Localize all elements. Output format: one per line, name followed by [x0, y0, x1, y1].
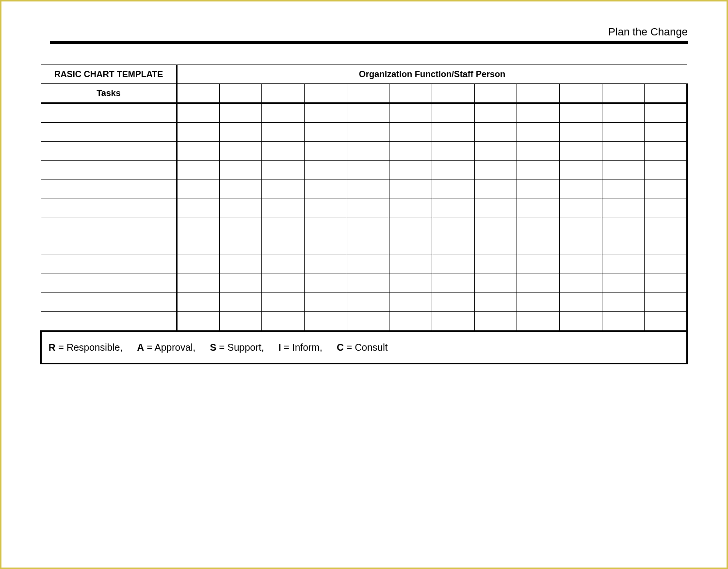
- task-cell: [41, 161, 177, 179]
- grid-cell: [389, 179, 432, 198]
- task-cell: [41, 255, 177, 274]
- page-header: Plan the Change: [40, 16, 688, 45]
- grid-cell: [177, 103, 220, 123]
- grid-cell: [177, 161, 220, 179]
- grid-cell: [517, 217, 560, 236]
- grid-cell: [304, 255, 347, 274]
- grid-cell: [304, 142, 347, 161]
- grid-cell: [389, 293, 432, 312]
- grid-cell: [304, 103, 347, 123]
- task-cell: [41, 312, 177, 331]
- grid-cell: [432, 198, 474, 217]
- grid-cell: [177, 123, 220, 142]
- grid-cell: [432, 312, 474, 331]
- task-cell: [41, 179, 177, 198]
- grid-cell: [389, 103, 432, 123]
- legend-item: R = Responsible,: [49, 342, 123, 353]
- grid-cell: [304, 198, 347, 217]
- grid-cell: [559, 123, 602, 142]
- chart-title: RASIC CHART TEMPLATE: [41, 65, 177, 84]
- grid-cell: [474, 179, 517, 198]
- grid-cell: [517, 198, 560, 217]
- grid-cell: [517, 123, 560, 142]
- table-row: [41, 274, 687, 293]
- task-cell: [41, 142, 177, 161]
- grid-cell: [602, 274, 645, 293]
- grid-cell: [389, 217, 432, 236]
- grid-cell: [474, 142, 517, 161]
- grid-cell: [602, 198, 645, 217]
- table-row: [41, 236, 687, 255]
- table-row: [41, 179, 687, 198]
- grid-cell: [347, 217, 389, 236]
- grid-cell: [602, 123, 645, 142]
- table-row: [41, 198, 687, 217]
- grid-cell: [177, 312, 220, 331]
- grid-cell: [432, 179, 474, 198]
- grid-cell: [177, 274, 220, 293]
- grid-cell: [262, 293, 305, 312]
- grid-cell: [645, 293, 687, 312]
- column-header-row: Tasks: [41, 84, 687, 103]
- grid-cell: [389, 198, 432, 217]
- grid-cell: [602, 179, 645, 198]
- grid-cell: [219, 161, 262, 179]
- grid-cell: [517, 142, 560, 161]
- tasks-header: Tasks: [41, 84, 177, 103]
- column-header: [645, 84, 687, 103]
- grid-cell: [474, 198, 517, 217]
- grid-cell: [559, 274, 602, 293]
- grid-cell: [602, 255, 645, 274]
- grid-cell: [645, 103, 687, 123]
- grid-cell: [304, 312, 347, 331]
- grid-cell: [474, 255, 517, 274]
- grid-cell: [517, 161, 560, 179]
- grid-cell: [559, 103, 602, 123]
- grid-cell: [645, 161, 687, 179]
- grid-cell: [347, 179, 389, 198]
- task-cell: [41, 103, 177, 123]
- column-header: [559, 84, 602, 103]
- legend-item: I = Inform,: [278, 342, 323, 353]
- grid-cell: [645, 123, 687, 142]
- task-cell: [41, 236, 177, 255]
- grid-cell: [304, 217, 347, 236]
- grid-cell: [559, 179, 602, 198]
- grid-cell: [474, 274, 517, 293]
- grid-cell: [347, 161, 389, 179]
- grid-cell: [432, 236, 474, 255]
- grid-cell: [602, 103, 645, 123]
- grid-cell: [517, 274, 560, 293]
- grid-cell: [517, 312, 560, 331]
- legend-item: A = Approval,: [137, 342, 195, 353]
- table-row: [41, 312, 687, 331]
- grid-cell: [262, 103, 305, 123]
- grid-cell: [177, 179, 220, 198]
- column-header: [602, 84, 645, 103]
- grid-cell: [262, 255, 305, 274]
- grid-cell: [432, 161, 474, 179]
- grid-cell: [517, 255, 560, 274]
- grid-cell: [432, 142, 474, 161]
- grid-cell: [645, 179, 687, 198]
- grid-cell: [262, 179, 305, 198]
- column-header: [177, 84, 220, 103]
- grid-cell: [432, 123, 474, 142]
- column-header: [389, 84, 432, 103]
- task-cell: [41, 198, 177, 217]
- grid-cell: [177, 217, 220, 236]
- grid-cell: [219, 198, 262, 217]
- column-header: [474, 84, 517, 103]
- grid-cell: [347, 198, 389, 217]
- grid-cell: [219, 255, 262, 274]
- grid-cell: [645, 255, 687, 274]
- org-function-header: Organization Function/Staff Person: [177, 65, 687, 84]
- grid-cell: [645, 198, 687, 217]
- grid-cell: [474, 293, 517, 312]
- page-frame: Plan the Change RASIC CHART TEMPLATE Org…: [0, 0, 728, 569]
- task-cell: [41, 217, 177, 236]
- grid-cell: [559, 293, 602, 312]
- grid-cell: [432, 103, 474, 123]
- grid-cell: [645, 217, 687, 236]
- grid-cell: [645, 312, 687, 331]
